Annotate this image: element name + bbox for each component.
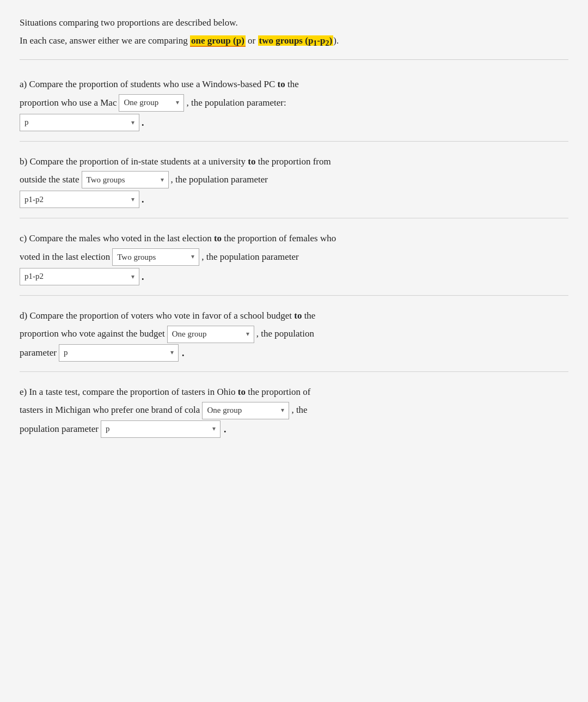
question-b-block: b) Compare the proportion of in-state st…: [20, 145, 568, 219]
intro-line2: In each case, answer either we are compa…: [20, 33, 568, 50]
question-b-text: b) Compare the proportion of in-state st…: [20, 154, 568, 209]
question-b-row2: outside the state Two groups ▾ , the pop…: [20, 171, 568, 188]
chevron-icon-c2: ▾: [126, 271, 134, 282]
question-d-param-dropdown[interactable]: p ▾: [59, 344, 179, 362]
question-c-block: c) Compare the males who voted in the la…: [20, 222, 568, 296]
intro-or: or: [248, 35, 258, 46]
question-c-param-row: p1-p2 ▾ .: [20, 268, 568, 285]
question-d-row1: d) Compare the proportion of voters who …: [20, 308, 568, 325]
question-d-dropdown1-value: One group: [172, 327, 207, 341]
question-a-text: a) Compare the proportion of students wh…: [20, 76, 568, 131]
question-c-after1: , the population parameter: [201, 249, 298, 266]
chevron-icon-e2: ▾: [207, 423, 216, 435]
chevron-icon-c1: ▾: [186, 251, 194, 263]
question-e-pre2: tasters in Michigan who prefer one brand…: [20, 402, 200, 419]
question-e-dropdown1-value: One group: [207, 403, 242, 418]
question-a-param-row: p ▾ .: [20, 114, 568, 131]
section-divider: [20, 59, 568, 60]
chevron-icon-a1: ▾: [170, 97, 179, 109]
chevron-icon-d1: ▾: [241, 328, 249, 340]
chevron-icon-e1: ▾: [275, 405, 284, 417]
question-c-row2: voted in the last election Two groups ▾ …: [20, 248, 568, 266]
question-a-block: a) Compare the proportion of students wh…: [20, 68, 568, 142]
question-d-after1: , the population: [256, 326, 314, 343]
question-e-text: e) In a taste test, compare the proporti…: [20, 384, 568, 438]
question-b-param-value: p1-p2: [24, 193, 44, 207]
question-d-pre2: proportion who vote against the budget: [20, 326, 165, 343]
question-a-after1: , the population parameter:: [186, 95, 286, 112]
question-a-dropdown1[interactable]: One group ▾: [119, 94, 184, 112]
question-d-row3: parameter p ▾ .: [20, 344, 568, 362]
question-e-dropdown1[interactable]: One group ▾: [202, 402, 289, 419]
page-container: Situations comparing two proportions are…: [0, 0, 588, 702]
question-a-pre2: proportion who use a Mac: [20, 95, 117, 112]
intro-line1: Situations comparing two proportions are…: [20, 15, 568, 30]
question-e-row3: population parameter p ▾ .: [20, 420, 568, 438]
question-b-dropdown1[interactable]: Two groups ▾: [82, 171, 169, 188]
highlight-two-groups: two groups (p1-p2): [258, 35, 334, 46]
question-b-dropdown1-value: Two groups: [87, 173, 125, 187]
intro-text2-pre: In each case, answer either we are compa…: [20, 35, 188, 46]
chevron-icon-d2: ▾: [165, 347, 174, 359]
question-a-param-value: p: [24, 115, 29, 130]
question-d-param-label: parameter: [20, 345, 57, 362]
question-e-param-value: p: [106, 422, 110, 436]
chevron-icon-a2: ▾: [126, 117, 134, 128]
question-e-row1: e) In a taste test, compare the proporti…: [20, 384, 568, 401]
question-a-row2: proportion who use a Mac One group ▾ , t…: [20, 94, 568, 112]
intro-text1: Situations comparing two proportions are…: [20, 17, 238, 28]
question-a-dropdown1-value: One group: [124, 95, 158, 110]
question-e-dot: .: [224, 420, 226, 438]
question-d-param-value: p: [64, 345, 68, 360]
question-c-row1: c) Compare the males who voted in the la…: [20, 230, 568, 247]
question-a-dot: .: [142, 114, 144, 131]
question-e-row2: tasters in Michigan who prefer one brand…: [20, 402, 568, 419]
chevron-icon-b2: ▾: [126, 194, 134, 205]
chevron-icon-b1: ▾: [155, 174, 164, 186]
question-c-pre2: voted in the last election: [20, 249, 110, 266]
question-c-pre1: c) Compare the males who voted in the la…: [20, 230, 336, 247]
question-b-param-dropdown[interactable]: p1-p2 ▾: [20, 191, 139, 208]
question-a-label: a) Compare the proportion of students wh…: [20, 76, 299, 93]
question-b-row1: b) Compare the proportion of in-state st…: [20, 154, 568, 170]
question-b-pre1: b) Compare the proportion of in-state st…: [20, 154, 331, 170]
question-e-after1: , the: [291, 402, 307, 419]
question-a-param-dropdown[interactable]: p ▾: [20, 114, 139, 131]
question-b-after1: , the population parameter: [171, 172, 268, 188]
question-e-pre1: e) In a taste test, compare the proporti…: [20, 384, 310, 401]
question-c-dot: .: [142, 268, 144, 285]
question-c-dropdown1-value: Two groups: [117, 250, 156, 265]
question-e-param-label: population parameter: [20, 421, 99, 438]
question-d-dot: .: [182, 344, 185, 362]
question-d-row2: proportion who vote against the budget O…: [20, 326, 568, 343]
question-c-dropdown1[interactable]: Two groups ▾: [112, 248, 199, 266]
question-d-dropdown1[interactable]: One group ▾: [167, 326, 254, 343]
question-c-param-dropdown[interactable]: p1-p2 ▾: [20, 268, 139, 285]
question-e-block: e) In a taste test, compare the proporti…: [20, 375, 568, 448]
question-b-pre2: outside the state: [20, 172, 79, 188]
intro-section: Situations comparing two proportions are…: [20, 15, 568, 50]
question-c-text: c) Compare the males who voted in the la…: [20, 230, 568, 285]
question-d-text: d) Compare the proportion of voters who …: [20, 308, 568, 362]
question-c-param-value: p1-p2: [24, 270, 44, 284]
question-b-param-row: p1-p2 ▾ .: [20, 191, 568, 208]
highlight-one-group: one group (p): [190, 35, 246, 47]
question-d-pre1: d) Compare the proportion of voters who …: [20, 308, 315, 325]
question-a-row1: a) Compare the proportion of students wh…: [20, 76, 568, 93]
question-b-dot: .: [142, 191, 144, 208]
question-e-param-dropdown[interactable]: p ▾: [101, 420, 220, 438]
intro-end: ).: [333, 35, 339, 46]
question-d-block: d) Compare the proportion of voters who …: [20, 299, 568, 372]
